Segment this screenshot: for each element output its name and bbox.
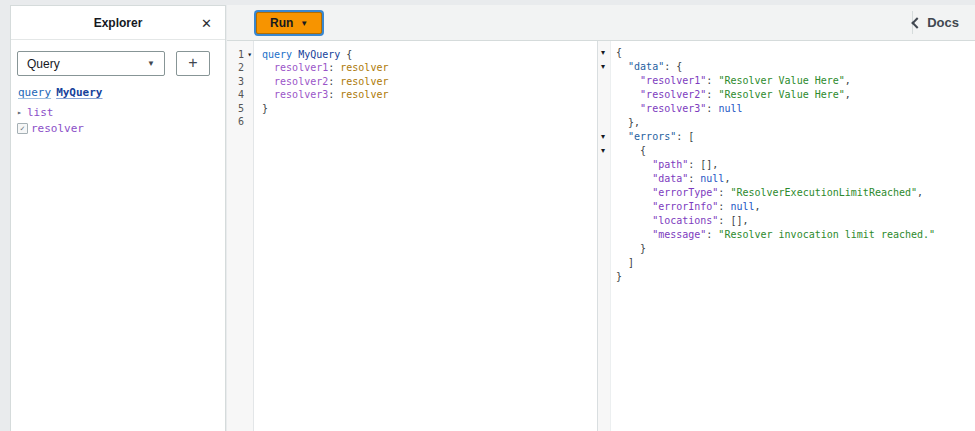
docs-button[interactable]: Docs [913, 5, 959, 40]
token-p: : [328, 76, 340, 87]
token-p: ] [616, 257, 634, 268]
token-opname: MyQuery [298, 49, 340, 60]
operation-keyword: query [18, 86, 51, 99]
close-icon[interactable]: ✕ [201, 16, 212, 29]
operation-type-select[interactable]: Query ▼ [17, 51, 165, 76]
token-p [262, 62, 274, 73]
token-p: , [724, 173, 730, 184]
token-p [616, 173, 652, 184]
token-null: null [730, 201, 754, 212]
token-p: { [340, 49, 352, 60]
token-p [262, 89, 274, 100]
response-fold-gutter: ▾▾▾▾ [598, 41, 611, 431]
fold-arrow-icon[interactable]: ▾ [601, 60, 605, 74]
token-p: : [706, 75, 718, 86]
tree-item-label: list [27, 106, 54, 119]
code-line: resolver3: resolver [262, 88, 597, 101]
line-number: 5 [227, 102, 253, 115]
token-p: : [706, 89, 718, 100]
token-p: { [616, 47, 622, 58]
token-p [616, 131, 628, 142]
code-line: "resolver1": "Resolver Value Here", [616, 74, 975, 88]
toolbar: Run ▼ Docs [227, 5, 975, 41]
tree-item-resolver[interactable]: ✓ resolver [17, 122, 219, 135]
token-key2: "resolver2" [640, 89, 706, 100]
token-p: : [ [676, 131, 694, 142]
explorer-controls: Query ▼ + [11, 40, 225, 76]
code-line: query MyQuery { [262, 48, 597, 61]
main-area: Run ▼ Docs 1▾23456 query MyQuery { resol… [227, 5, 975, 431]
token-p: : [328, 89, 340, 100]
response-viewer[interactable]: { "data": { "resolver1": "Resolver Value… [612, 41, 975, 431]
code-line [262, 115, 597, 128]
chevron-down-icon: ▼ [147, 59, 155, 68]
token-kw: query [262, 49, 292, 60]
token-p: { [616, 145, 646, 156]
code-line: "path": [], [616, 158, 975, 172]
expander-triangle-icon[interactable]: ▸ [17, 106, 25, 119]
token-field: resolver [340, 76, 388, 87]
token-p [616, 201, 652, 212]
token-key2: "errorType" [652, 187, 718, 198]
token-p: , [845, 75, 851, 86]
token-p [616, 159, 652, 170]
token-p: : [718, 201, 730, 212]
explorer-panel: Explorer ✕ Query ▼ + queryMyQuery ▸ list… [10, 5, 226, 431]
code-line: "locations": [], [616, 214, 975, 228]
code-line: "errorType": "ResolverExecutionLimitReac… [616, 186, 975, 200]
token-alias: resolver2 [274, 76, 328, 87]
code-line: "errorInfo": null, [616, 200, 975, 214]
code-line: }, [616, 116, 975, 130]
token-p: : { [664, 61, 682, 72]
token-p [616, 75, 640, 86]
gutter-line: 2 [227, 61, 253, 74]
token-str: "Resolver Value Here" [718, 89, 844, 100]
editor-gutter: 1▾23456 [227, 41, 254, 431]
token-p [616, 187, 652, 198]
add-operation-button[interactable]: + [176, 51, 210, 76]
token-p [262, 76, 274, 87]
code-line: "resolver3": null [616, 102, 975, 116]
token-key2: "path" [652, 159, 688, 170]
code-line: resolver2: resolver [262, 75, 597, 88]
token-p: } [616, 243, 646, 254]
docs-button-label: Docs [927, 15, 959, 30]
line-number: 2 [227, 61, 253, 74]
operation-type-value: Query [27, 57, 60, 71]
token-str: "Resolver invocation limit reached." [718, 229, 935, 240]
token-field: resolver [340, 62, 388, 73]
code-line: "message": "Resolver invocation limit re… [616, 228, 975, 242]
token-p: : [688, 173, 700, 184]
tree-item-label: resolver [31, 122, 84, 135]
code-line: "data": null, [616, 172, 975, 186]
fold-arrow-icon[interactable]: ▾ [247, 48, 252, 61]
gutter-line: 4 [227, 88, 253, 101]
response-pane: ▾▾▾▾ { "data": { "resolver1": "Resolver … [598, 41, 975, 431]
checkbox-checked-icon[interactable]: ✓ [17, 123, 28, 134]
fold-arrow-icon[interactable]: ▾ [601, 46, 605, 60]
token-p: : [328, 62, 340, 73]
explorer-tree: queryMyQuery ▸ list ✓ resolver [11, 76, 225, 135]
code-line: resolver1: resolver [262, 61, 597, 74]
run-button[interactable]: Run ▼ [256, 12, 322, 34]
tree-item-list[interactable]: ▸ list [17, 106, 219, 119]
token-key2: "message" [652, 229, 706, 240]
gutter-line: 5 [227, 102, 253, 115]
gutter-line: 3 [227, 75, 253, 88]
fold-arrow-icon[interactable]: ▾ [601, 144, 605, 158]
token-p [616, 61, 628, 72]
token-p: , [755, 201, 761, 212]
token-null: null [718, 103, 742, 114]
line-number: 3 [227, 75, 253, 88]
token-key2: "errorInfo" [652, 201, 718, 212]
token-key2: "resolver3" [640, 103, 706, 114]
code-line: } [616, 242, 975, 256]
fold-arrow-icon[interactable]: ▾ [601, 130, 605, 144]
token-alias: resolver3 [274, 89, 328, 100]
line-number: 4 [227, 88, 253, 101]
query-editor[interactable]: query MyQuery { resolver1: resolver reso… [255, 41, 597, 431]
query-editor-pane: 1▾23456 query MyQuery { resolver1: resol… [227, 41, 598, 431]
operation-row[interactable]: queryMyQuery [18, 86, 219, 99]
token-p: } [616, 271, 622, 282]
code-line: ] [616, 256, 975, 270]
